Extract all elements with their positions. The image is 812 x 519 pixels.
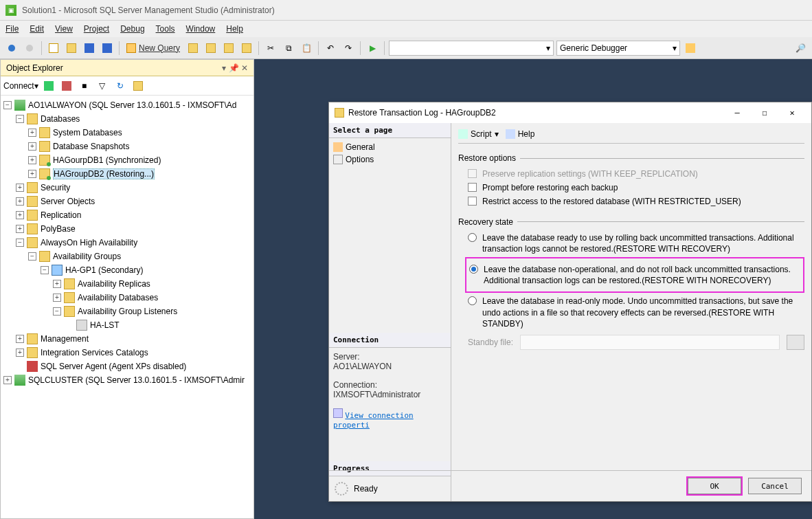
main-toolbar: New Query ✂ ⧉ 📋 ↶ ↷ ▶ ▾ Generic Debugger… <box>0 37 812 59</box>
radio-icon[interactable] <box>469 265 478 274</box>
server-icon <box>14 100 25 111</box>
dialog-titlebar[interactable]: Restore Transaction Log - HAGroupDB2 — ☐… <box>329 102 811 123</box>
cancel-button[interactable]: Cancel <box>748 478 802 494</box>
checkbox-icon[interactable] <box>468 197 477 206</box>
progress-status: Ready <box>329 476 451 501</box>
pin-icon[interactable]: 📌 <box>229 63 239 73</box>
tree-agent[interactable]: SQL Server Agent (Agent XPs disabled) <box>16 360 253 373</box>
tree-databases[interactable]: −Databases <box>16 112 253 126</box>
menu-project[interactable]: Project <box>84 24 109 34</box>
redo-icon: ↷ <box>345 43 352 53</box>
menu-bar: File Edit View Project Debug Tools Windo… <box>0 21 812 37</box>
menu-help[interactable]: Help <box>226 24 243 34</box>
debugger-combo[interactable]: Generic Debugger▾ <box>556 41 680 56</box>
start-button[interactable]: ▶ <box>365 41 380 56</box>
standby-label: Standby file: <box>468 338 513 347</box>
script-button[interactable]: Script ▾ <box>458 129 499 139</box>
tree-ha-gp1[interactable]: −HA-GP1 (Secondary) <box>41 263 253 277</box>
menu-tools[interactable]: Tools <box>156 24 175 34</box>
progress-header: Progress <box>329 461 451 476</box>
close-button[interactable]: ✕ <box>778 102 806 123</box>
oe-refresh[interactable]: ↻ <box>113 78 128 93</box>
tree-server-2[interactable]: +SQLCLUSTER (SQL Server 13.0.1601.5 - IX… <box>3 373 253 387</box>
help-button[interactable]: Help <box>506 129 535 139</box>
oe-tool-4[interactable]: ▽ <box>95 78 110 93</box>
maximize-button[interactable]: ☐ <box>751 102 778 123</box>
tree-availability-groups[interactable]: −Availability Groups <box>28 250 253 263</box>
oe-tool-1[interactable] <box>41 78 56 93</box>
chevron-down-icon: ▾ <box>673 43 677 53</box>
properties-icon <box>333 408 343 418</box>
forward-icon <box>26 45 33 52</box>
radio-recovery[interactable]: Leave the database ready to use by rolli… <box>468 232 804 254</box>
tb-icon-4[interactable] <box>239 41 254 56</box>
tree-isc[interactable]: +Integration Services Catalogs <box>16 346 253 360</box>
paste-button[interactable]: 📋 <box>299 41 314 56</box>
new-query-button[interactable]: New Query <box>124 43 183 53</box>
save-button[interactable] <box>82 41 97 56</box>
menu-debug[interactable]: Debug <box>120 24 144 34</box>
tree-replicas[interactable]: +Availability Replicas <box>53 277 253 291</box>
page-general[interactable]: General <box>329 141 451 153</box>
database-combo[interactable]: ▾ <box>389 41 554 56</box>
find-button[interactable]: 🔎 <box>793 41 808 56</box>
object-tree[interactable]: −AO1\ALWAYON (SQL Server 13.0.1601.5 - I… <box>1 96 253 518</box>
tree-ha-lst[interactable]: HA-LST <box>65 318 253 332</box>
close-icon[interactable]: ✕ <box>241 63 248 73</box>
tree-av-databases[interactable]: +Availability Databases <box>53 291 253 305</box>
newquery-icon <box>126 43 136 53</box>
tb-icon-1[interactable] <box>185 41 201 56</box>
oe-tool-2[interactable] <box>59 78 74 93</box>
undo-icon: ↶ <box>327 43 334 53</box>
tree-server-objects[interactable]: +Server Objects <box>16 195 253 208</box>
tree-management[interactable]: +Management <box>16 332 253 346</box>
tree-snapshots[interactable]: +Database Snapshots <box>28 140 253 153</box>
folder-icon <box>39 141 50 152</box>
oe-tool-5[interactable] <box>131 78 146 93</box>
tree-db2[interactable]: +HAGroupDB2 (Restoring...) <box>28 167 253 181</box>
view-connection-link[interactable]: View connection properti <box>333 408 447 430</box>
menu-window[interactable]: Window <box>186 24 216 34</box>
new-button[interactable] <box>46 41 61 56</box>
chevron-down-icon[interactable]: ▾ <box>222 63 226 73</box>
paste-icon: 📋 <box>302 43 312 53</box>
checkbox-icon[interactable] <box>468 183 477 192</box>
app-titlebar: ▣ Solution1 - Microsoft SQL Server Manag… <box>0 0 812 21</box>
nav-back-button[interactable] <box>4 41 19 56</box>
radio-norecovery[interactable]: Leave the database non-operational, and … <box>469 264 802 286</box>
tb-icon-3[interactable] <box>221 41 236 56</box>
menu-file[interactable]: File <box>5 24 19 34</box>
opt-prompt-backup[interactable]: Prompt before restoring each backup <box>468 182 804 193</box>
tree-polybase[interactable]: +PolyBase <box>16 222 253 236</box>
opt-restrict-access[interactable]: Restrict access to the restored database… <box>468 196 804 207</box>
copy-button[interactable]: ⧉ <box>281 41 296 56</box>
redo-button[interactable]: ↷ <box>341 41 356 56</box>
cut-button[interactable]: ✂ <box>263 41 278 56</box>
tree-alwayson[interactable]: −AlwaysOn High Availability <box>16 236 253 250</box>
tree-listeners[interactable]: −Availability Group Listeners <box>53 305 253 318</box>
oe-tool-3[interactable]: ■ <box>77 78 92 93</box>
tree-replication[interactable]: +Replication <box>16 208 253 222</box>
open-button[interactable] <box>64 41 79 56</box>
recovery-state-group: Recovery state <box>458 217 804 227</box>
menu-edit[interactable]: Edit <box>30 24 44 34</box>
menu-view[interactable]: View <box>55 24 73 34</box>
nav-fwd-button[interactable] <box>22 41 37 56</box>
connect-button[interactable]: Connect▾ <box>3 81 38 91</box>
radio-icon[interactable] <box>468 233 477 242</box>
saveall-icon <box>102 43 112 53</box>
tree-db1[interactable]: +HAGourpDB1 (Synchronized) <box>28 153 253 167</box>
tree-server-1[interactable]: −AO1\ALWAYON (SQL Server 13.0.1601.5 - I… <box>3 98 253 112</box>
ok-button[interactable]: OK <box>688 478 741 494</box>
minimize-button[interactable]: — <box>723 102 751 123</box>
radio-icon[interactable] <box>468 296 477 305</box>
tree-security[interactable]: +Security <box>16 181 253 195</box>
radio-standby[interactable]: Leave the database in read-only mode. Un… <box>468 296 804 329</box>
tree-sysdb[interactable]: +System Databases <box>28 126 253 140</box>
tb-end-button[interactable] <box>683 41 698 56</box>
save-icon <box>84 43 94 53</box>
undo-button[interactable]: ↶ <box>323 41 338 56</box>
page-options[interactable]: Options <box>329 153 451 166</box>
tb-icon-2[interactable] <box>203 41 218 56</box>
saveall-button[interactable] <box>100 41 115 56</box>
